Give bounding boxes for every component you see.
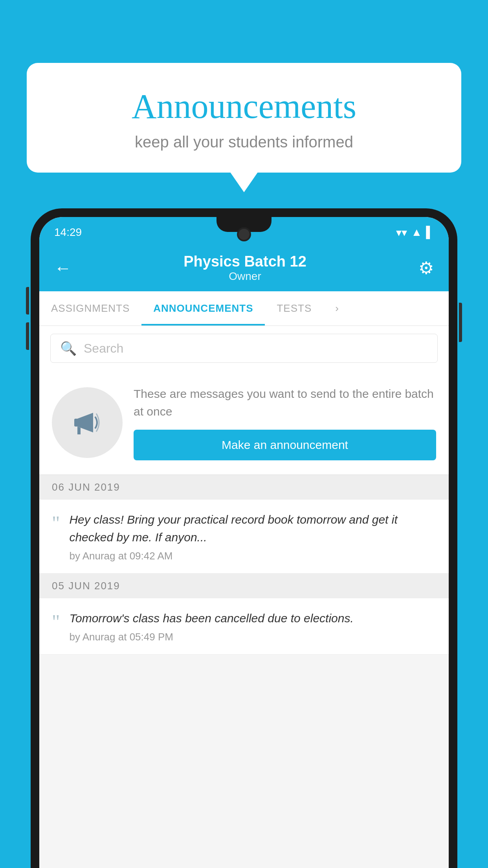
- announcement-text-block-2: Tomorrow's class has been cancelled due …: [69, 609, 436, 643]
- phone-outer: 14:29 ▾▾ ▲ ▌ ← Physics Batch 12 Owner ⚙ …: [31, 208, 457, 868]
- status-time: 14:29: [54, 226, 82, 239]
- tab-assignments[interactable]: ASSIGNMENTS: [39, 291, 141, 326]
- phone-screen: 14:29 ▾▾ ▲ ▌ ← Physics Batch 12 Owner ⚙ …: [39, 217, 449, 868]
- make-announcement-button[interactable]: Make an announcement: [134, 430, 436, 460]
- announcement-prompt: These are messages you want to send to t…: [39, 371, 449, 475]
- tabs-bar: ASSIGNMENTS ANNOUNCEMENTS TESTS ›: [39, 291, 449, 326]
- tab-more[interactable]: ›: [323, 291, 351, 326]
- power-button[interactable]: [459, 303, 462, 342]
- megaphone-circle: [52, 387, 123, 458]
- bubble-title: Announcements: [50, 86, 438, 126]
- svg-rect-1: [74, 419, 78, 427]
- search-bar[interactable]: 🔍 Search: [50, 334, 438, 363]
- bubble-subtitle: keep all your students informed: [50, 133, 438, 151]
- phone-notch: [216, 217, 272, 232]
- announcement-message-2: Tomorrow's class has been cancelled due …: [69, 609, 436, 627]
- search-placeholder: Search: [84, 341, 123, 356]
- tab-tests[interactable]: TESTS: [265, 291, 323, 326]
- signal-icon: ▲: [411, 226, 422, 239]
- announcement-by-1: by Anurag at 09:42 AM: [69, 550, 436, 562]
- quote-icon-2: ": [52, 612, 60, 631]
- search-icon: 🔍: [60, 340, 77, 356]
- volume-button-up[interactable]: [26, 287, 29, 314]
- announcement-by-2: by Anurag at 05:49 PM: [69, 631, 436, 643]
- speech-bubble: Announcements keep all your students inf…: [27, 63, 461, 173]
- phone-mockup: 14:29 ▾▾ ▲ ▌ ← Physics Batch 12 Owner ⚙ …: [31, 208, 457, 868]
- header-center: Physics Batch 12 Owner: [183, 253, 306, 283]
- speech-bubble-section: Announcements keep all your students inf…: [27, 63, 461, 173]
- status-icons: ▾▾ ▲ ▌: [396, 226, 434, 239]
- announcement-description: These are messages you want to send to t…: [134, 385, 436, 420]
- phone-camera: [238, 229, 250, 240]
- tab-announcements[interactable]: ANNOUNCEMENTS: [141, 291, 265, 326]
- quote-icon-1: ": [52, 513, 60, 533]
- settings-button[interactable]: ⚙: [418, 258, 434, 278]
- search-container: 🔍 Search: [39, 326, 449, 371]
- volume-button-down[interactable]: [26, 322, 29, 350]
- wifi-icon: ▾▾: [396, 226, 407, 239]
- announcement-item-1[interactable]: " Hey class! Bring your practical record…: [39, 500, 449, 574]
- battery-icon: ▌: [426, 226, 434, 239]
- header-subtitle: Owner: [183, 270, 306, 283]
- announcement-message-1: Hey class! Bring your practical record b…: [69, 511, 436, 546]
- svg-marker-2: [77, 427, 81, 434]
- announcement-item-2[interactable]: " Tomorrow's class has been cancelled du…: [39, 598, 449, 655]
- back-button[interactable]: ←: [54, 259, 72, 277]
- announcement-text-block-1: Hey class! Bring your practical record b…: [69, 511, 436, 562]
- megaphone-icon: [70, 405, 105, 440]
- date-separator-2: 05 JUN 2019: [39, 574, 449, 598]
- app-header: ← Physics Batch 12 Owner ⚙: [39, 245, 449, 291]
- date-separator-1: 06 JUN 2019: [39, 475, 449, 500]
- announcement-right: These are messages you want to send to t…: [134, 385, 436, 460]
- header-title: Physics Batch 12: [183, 253, 306, 270]
